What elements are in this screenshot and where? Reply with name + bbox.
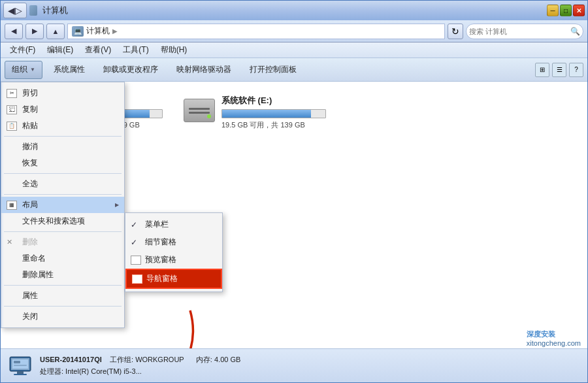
submenu-preview[interactable]: 预览窗格 xyxy=(125,251,222,269)
up-nav-button[interactable]: ▲ xyxy=(46,24,65,39)
address-bar: ◀ ▶ ▲ 💻 计算机 ▶ ↻ 🔍 xyxy=(1,20,587,42)
forward-nav-button[interactable]: ▶ xyxy=(25,24,44,39)
left-menu: ✂ 剪切 ⿸ 复制 📋 粘贴 撤消 xyxy=(1,82,125,328)
computer-icon: 💻 xyxy=(72,26,84,37)
arrow-overlay xyxy=(138,304,223,348)
divider-1 xyxy=(4,136,122,137)
menu-folder-options[interactable]: 文件夹和搜索选项 xyxy=(1,213,124,229)
svg-rect-7 xyxy=(14,365,27,366)
menu-delete[interactable]: ✕ 删除 xyxy=(1,234,124,250)
toolbar: 组织 ▼ 系统属性 卸载或更改程序 映射网络驱动器 打开控制面板 ⊞ ☰ ? xyxy=(1,58,587,82)
svg-rect-6 xyxy=(14,361,20,363)
submenu-menubar[interactable]: ✓ 菜单栏 xyxy=(125,216,222,233)
organize-caret: ▼ xyxy=(30,67,35,73)
help-button[interactable]: ? xyxy=(569,63,583,77)
uninstall-button[interactable]: 卸载或更改程序 xyxy=(96,61,165,79)
menu-copy[interactable]: ⿸ 复制 xyxy=(1,101,124,118)
menu-properties[interactable]: 属性 xyxy=(1,288,124,304)
copy-icon: ⿸ xyxy=(7,105,17,114)
window-icon xyxy=(29,5,37,16)
address-text: 计算机 xyxy=(86,25,110,37)
content-area: 软件 (D:) 127 GB 可用，共 139 GB xyxy=(1,82,587,348)
svg-rect-4 xyxy=(14,374,27,375)
submenu-details[interactable]: ✓ 细节窗格 xyxy=(125,233,222,251)
status-bar: USER-20141017QI 工作组: WORKGROUP 内存: 4.00 … xyxy=(1,348,587,382)
menu-file[interactable]: 文件(F) xyxy=(5,43,41,57)
search-icon[interactable]: 🔍 xyxy=(570,27,580,36)
watermark: 深度安装 xitongcheng.com xyxy=(527,329,581,347)
title-bar: ◀▷ 计算机 ─ □ ✕ xyxy=(1,1,587,20)
view-layout-button[interactable]: ⊞ xyxy=(535,63,549,77)
delete-x-icon: ✕ xyxy=(7,238,12,246)
check-menubar: ✓ xyxy=(131,220,137,229)
divider-6 xyxy=(4,306,122,307)
divider-2 xyxy=(4,173,122,174)
menu-edit[interactable]: 编辑(E) xyxy=(42,43,78,57)
window-title: 计算机 xyxy=(42,5,68,16)
menu-bar: 文件(F) 编辑(E) 查看(V) 工具(T) 帮助(H) xyxy=(1,42,587,58)
menu-paste[interactable]: 📋 粘贴 xyxy=(1,118,124,134)
status-processor: 处理器: Intel(R) Core(TM) i5-3... xyxy=(40,366,581,378)
menu-help[interactable]: 帮助(H) xyxy=(155,43,193,57)
search-box[interactable]: 🔍 xyxy=(466,24,583,39)
status-computer-icon xyxy=(7,353,33,379)
map-drive-button[interactable]: 映射网络驱动器 xyxy=(169,61,238,79)
menu-view[interactable]: 查看(V) xyxy=(80,43,116,57)
divider-5 xyxy=(4,285,122,286)
search-input[interactable] xyxy=(469,27,568,35)
menu-cut[interactable]: ✂ 剪切 xyxy=(1,85,124,101)
cut-icon: ✂ xyxy=(7,89,17,98)
divider-4 xyxy=(4,231,122,232)
divider-3 xyxy=(4,194,122,195)
close-button[interactable]: ✕ xyxy=(573,5,585,16)
context-overlay: ✂ 剪切 ⿸ 复制 📋 粘贴 撤消 xyxy=(1,82,587,348)
control-panel-button[interactable]: 打开控制面板 xyxy=(242,61,304,79)
view-toggle-button[interactable]: ☰ xyxy=(552,63,566,77)
submenu-navigation[interactable]: 导航窗格 xyxy=(125,269,222,289)
back-nav-button[interactable]: ◀ xyxy=(5,24,23,39)
menu-selectall[interactable]: 全选 xyxy=(1,176,124,192)
main-window: ◀▷ 计算机 ─ □ ✕ ◀ ▶ ▲ 💻 计算机 ▶ ↻ 🔍 文件(F) 编辑( xyxy=(0,0,588,383)
menu-close[interactable]: 关闭 xyxy=(1,308,124,325)
maximize-button[interactable]: □ xyxy=(560,5,572,16)
nav-icon xyxy=(132,275,142,284)
menu-delete-props[interactable]: 删除属性 xyxy=(1,267,124,283)
address-arrow: ▶ xyxy=(112,27,118,35)
svg-rect-3 xyxy=(17,371,24,374)
refresh-button[interactable]: ↻ xyxy=(448,24,463,39)
menu-layout[interactable]: ▦ 布局 xyxy=(1,197,124,213)
layout-icon: ▦ xyxy=(7,201,17,210)
check-details: ✓ xyxy=(131,238,137,247)
paste-icon: 📋 xyxy=(7,122,17,131)
address-path[interactable]: 💻 计算机 ▶ xyxy=(67,24,445,39)
status-computer-name: USER-20141017QI 工作组: WORKGROUP 内存: 4.00 … xyxy=(40,354,581,366)
preview-icon xyxy=(131,256,141,265)
minimize-button[interactable]: ─ xyxy=(547,5,559,16)
view-buttons: ⊞ ☰ ? xyxy=(535,63,583,77)
menu-tools[interactable]: 工具(T) xyxy=(118,43,154,57)
sub-menu: ✓ 菜单栏 ✓ 细节窗格 预览窗格 导航窗格 xyxy=(125,212,223,292)
menu-redo[interactable]: 恢复 xyxy=(1,155,124,171)
organize-button[interactable]: 组织 ▼ xyxy=(5,61,42,79)
menu-rename[interactable]: 重命名 xyxy=(1,250,124,267)
title-bar-buttons: ─ □ ✕ xyxy=(547,5,585,16)
back-button[interactable]: ◀▷ xyxy=(3,3,27,18)
system-props-button[interactable]: 系统属性 xyxy=(46,61,92,79)
title-bar-left: ◀▷ xyxy=(3,3,27,18)
menu-undo[interactable]: 撤消 xyxy=(1,139,124,155)
status-info: USER-20141017QI 工作组: WORKGROUP 内存: 4.00 … xyxy=(40,354,581,377)
